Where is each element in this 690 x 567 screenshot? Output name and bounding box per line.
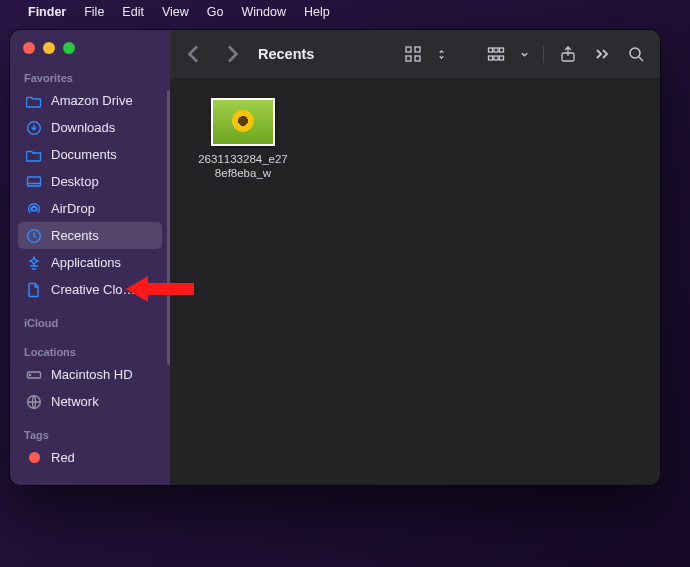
clock-icon [26,228,42,244]
sidebar-item-label: Recents [51,228,99,243]
svg-point-2 [32,207,36,211]
sidebar-item-label: Amazon Drive [51,93,133,108]
sidebar-item-creative-cloud[interactable]: Creative Clo… [18,276,162,303]
sidebar-item-tag-red[interactable]: Red [18,444,162,471]
back-button[interactable] [184,44,204,64]
tag-dot-icon [26,450,42,466]
sidebar: Favorites Amazon Drive Downloads Documen… [10,30,170,485]
sidebar-section-favorites: Favorites [10,66,170,87]
folder-icon [26,147,42,163]
svg-rect-8 [415,47,420,52]
sidebar-item-label: Red [51,450,75,465]
sidebar-item-applications[interactable]: Applications [18,249,162,276]
sidebar-item-documents[interactable]: Documents [18,141,162,168]
view-mode-icon-grid[interactable] [403,44,423,64]
sidebar-item-desktop[interactable]: Desktop [18,168,162,195]
menu-help[interactable]: Help [304,5,330,19]
menubar: Finder File Edit View Go Window Help [0,0,690,24]
svg-rect-9 [406,56,411,61]
desktop-icon [26,174,42,190]
sidebar-section-tags: Tags [10,423,170,444]
file-name: 2631133284_e278ef8eba_w [198,152,288,181]
svg-rect-15 [494,56,498,60]
main-pane: Recents [170,30,660,485]
file-item[interactable]: 2631133284_e278ef8eba_w [188,98,298,181]
close-button[interactable] [23,42,35,54]
chevron-down-icon[interactable] [520,45,529,63]
window-title: Recents [258,46,314,62]
toolbar: Recents [170,30,660,78]
share-icon[interactable] [558,44,578,64]
svg-rect-13 [500,48,504,52]
svg-rect-14 [489,56,493,60]
menu-window[interactable]: Window [241,5,285,19]
svg-rect-7 [406,47,411,52]
svg-rect-11 [489,48,493,52]
menu-go[interactable]: Go [207,5,224,19]
svg-rect-1 [28,177,41,186]
svg-point-18 [630,48,640,58]
fullscreen-button[interactable] [63,42,75,54]
sidebar-item-label: Documents [51,147,117,162]
sidebar-section-icloud: iCloud [10,311,170,332]
file-thumbnail [211,98,275,146]
sidebar-item-airdrop[interactable]: AirDrop [18,195,162,222]
svg-point-5 [29,374,30,375]
svg-rect-16 [500,56,504,60]
sidebar-item-label: Network [51,394,99,409]
sidebar-item-label: Macintosh HD [51,367,133,382]
sidebar-item-downloads[interactable]: Downloads [18,114,162,141]
sidebar-item-label: Creative Clo… [51,282,136,297]
disk-icon [26,367,42,383]
minimize-button[interactable] [43,42,55,54]
airdrop-icon [26,201,42,217]
sidebar-item-amazon-drive[interactable]: Amazon Drive [18,87,162,114]
sidebar-item-network[interactable]: Network [18,388,162,415]
sidebar-section-locations: Locations [10,340,170,361]
sidebar-item-label: AirDrop [51,201,95,216]
menu-view[interactable]: View [162,5,189,19]
toolbar-separator [543,45,544,63]
svg-rect-10 [415,56,420,61]
overflow-icon[interactable] [592,44,612,64]
download-icon [26,120,42,136]
menubar-app-name[interactable]: Finder [28,5,66,19]
search-icon[interactable] [626,44,646,64]
window-controls [10,40,170,66]
sidebar-item-label: Downloads [51,120,115,135]
menu-file[interactable]: File [84,5,104,19]
globe-icon [26,394,42,410]
sidebar-item-recents[interactable]: Recents [18,222,162,249]
file-grid[interactable]: 2631133284_e278ef8eba_w [170,78,660,485]
sidebar-item-label: Desktop [51,174,99,189]
group-by-icon[interactable] [486,44,506,64]
applications-icon [26,255,42,271]
sidebar-item-macintosh-hd[interactable]: Macintosh HD [18,361,162,388]
menu-edit[interactable]: Edit [122,5,144,19]
file-icon [26,282,42,298]
finder-window: Favorites Amazon Drive Downloads Documen… [10,30,660,485]
forward-button[interactable] [222,44,242,64]
folder-icon [26,93,42,109]
view-mode-updown-icon[interactable] [437,45,446,63]
sidebar-scrollbar[interactable] [167,90,170,365]
svg-rect-12 [494,48,498,52]
sidebar-item-label: Applications [51,255,121,270]
